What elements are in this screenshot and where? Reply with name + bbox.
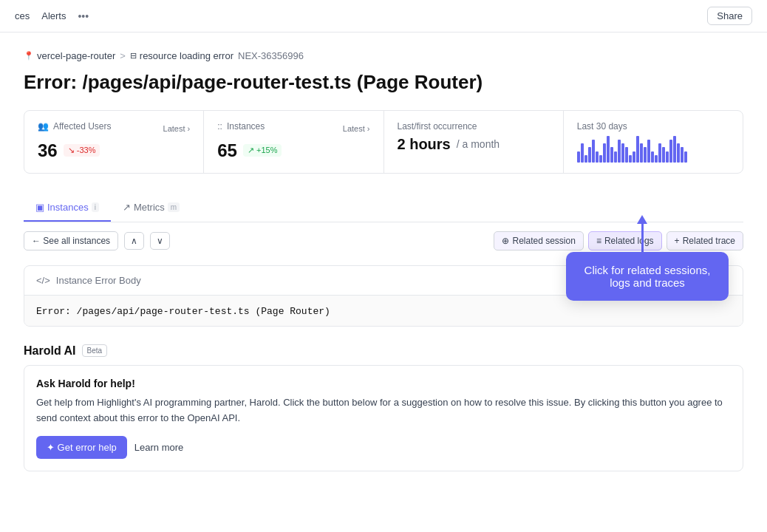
harold-header: Harold AI Beta [24, 344, 743, 358]
affected-users-latest[interactable]: Latest › [163, 124, 191, 133]
top-bar: ces Alerts ••• Share [0, 0, 767, 33]
chart-bar [588, 147, 591, 163]
chart-bar [614, 151, 617, 163]
chart-bar [577, 151, 580, 163]
tooltip-text: Click for related sessions, logs and tra… [584, 264, 711, 289]
harold-actions: ✦ Get error help Learn more [36, 436, 731, 459]
breadcrumb: vercel-page-router > ⊟ resource loading … [24, 50, 743, 61]
related-trace-label: Related trace [683, 236, 735, 246]
arrow-head-icon [637, 215, 647, 224]
metrics-tab-label: Metrics [134, 202, 165, 213]
chart-bar [677, 143, 680, 163]
trace-icon: + [675, 236, 680, 246]
share-button[interactable]: Share [707, 7, 752, 25]
breadcrumb-separator: > [120, 50, 126, 61]
instances-tab-label: Instances [47, 202, 89, 213]
affected-users-value: 36 [38, 140, 58, 161]
tab-instances[interactable]: ▣ Instances i [24, 194, 111, 222]
chart-bar [662, 147, 665, 163]
instance-header-label: Instance Error Body [56, 275, 141, 286]
nav-item-ces[interactable]: ces [15, 10, 30, 21]
chart-bar [666, 151, 669, 163]
chart-bar [607, 136, 610, 163]
affected-users-label: 👥 Affected Users [38, 121, 111, 132]
chart-bars [577, 136, 729, 163]
chart-label: Last 30 days [577, 121, 729, 132]
metrics-tab-icon: ↗ [123, 202, 131, 213]
chart-bar [658, 143, 661, 163]
harold-section: Harold AI Beta Ask Harold for help! Get … [24, 344, 743, 472]
chart-bar [610, 147, 613, 163]
main-content: vercel-page-router > ⊟ resource loading … [0, 33, 767, 489]
instances-tab-key: i [92, 202, 99, 212]
chart-bar [584, 155, 587, 163]
chart-bar [655, 155, 658, 163]
chart-bar [599, 155, 602, 163]
occurrence-card: Last/first occurrence 2 hours / a month [384, 111, 564, 173]
chart-bar [581, 143, 584, 163]
chart-bar [644, 147, 647, 163]
chart-bar [673, 136, 676, 163]
related-logs-button[interactable]: ≡ Related logs [588, 231, 662, 250]
affected-users-card: 👥 Affected Users Latest › 36 ↘ -33% [24, 111, 204, 173]
logs-icon: ≡ [596, 236, 601, 246]
chart-bar [681, 147, 684, 163]
toolbar-section: ← See all instances ∧ ∨ ⊕ Related sessio… [24, 222, 743, 259]
session-icon: ⊕ [502, 236, 509, 246]
instances-latest[interactable]: Latest › [343, 124, 370, 133]
nav-item-alerts[interactable]: Alerts [41, 10, 66, 21]
occurrence-value: 2 hours [398, 136, 451, 153]
related-session-label: Related session [512, 236, 575, 246]
instances-card: :: Instances Latest › 65 ↗ +15% [204, 111, 384, 173]
breadcrumb-error-text: resource loading error [140, 50, 233, 61]
chart-bar [669, 140, 672, 163]
instances-label: :: Instances [217, 121, 265, 132]
error-icon: ⊟ [130, 51, 137, 61]
chart-bar [647, 140, 650, 163]
harold-card-text: Get help from Highlight's AI programming… [36, 395, 731, 426]
harold-card-title: Ask Harold for help! [36, 378, 731, 389]
beta-badge: Beta [82, 344, 108, 357]
learn-more-link[interactable]: Learn more [134, 442, 183, 453]
related-session-button[interactable]: ⊕ Related session [494, 231, 583, 250]
instances-icon: :: [217, 121, 222, 132]
more-options-icon[interactable]: ••• [78, 10, 89, 22]
occurrence-label: Last/first occurrence [398, 121, 550, 132]
chart-bar [621, 143, 624, 163]
tabs-row: ▣ Instances i ↗ Metrics m [24, 194, 743, 222]
chart-bar [625, 147, 628, 163]
chart-bar [596, 151, 599, 163]
affected-users-badge: ↘ -33% [64, 144, 100, 157]
chart-bar [636, 136, 639, 163]
harold-title: Harold AI [24, 344, 76, 358]
instances-value: 65 [217, 140, 237, 161]
chart-bar [651, 151, 654, 163]
chart-bar [629, 155, 632, 163]
see-all-instances-button[interactable]: ← See all instances [24, 231, 118, 250]
chart-bar [684, 151, 687, 163]
instance-error-code: Error: /pages/api/page-router-test.ts (P… [36, 306, 330, 317]
chart-bar [592, 140, 595, 163]
get-error-help-button[interactable]: ✦ Get error help [36, 436, 127, 459]
occurrence-suffix: / a month [457, 138, 500, 150]
page-title: Error: /pages/api/page-router-test.ts (P… [24, 70, 743, 95]
chart-card: Last 30 days [564, 111, 743, 173]
harold-card: Ask Harold for help! Get help from Highl… [24, 365, 743, 472]
breadcrumb-error-id: NEX-36356996 [238, 50, 304, 61]
nav-up-button[interactable]: ∧ [124, 232, 144, 250]
chart-bar [618, 140, 621, 163]
breadcrumb-project[interactable]: vercel-page-router [24, 50, 115, 61]
related-buttons-group: ⊕ Related session ≡ Related logs + Relat… [494, 231, 743, 250]
chart-bar [603, 143, 606, 163]
tab-metrics[interactable]: ↗ Metrics m [111, 194, 191, 222]
users-icon: 👥 [38, 121, 49, 132]
code-icon: </> [36, 275, 50, 286]
tooltip-box: Click for related sessions, logs and tra… [566, 252, 729, 301]
instances-badge: ↗ +15% [243, 144, 282, 157]
chart-bar [640, 143, 643, 163]
related-trace-button[interactable]: + Related trace [667, 231, 743, 250]
chart-bar [633, 151, 635, 163]
breadcrumb-error-label[interactable]: ⊟ resource loading error [130, 50, 233, 61]
nav-down-button[interactable]: ∨ [150, 232, 170, 250]
instances-tab-icon: ▣ [35, 202, 44, 213]
